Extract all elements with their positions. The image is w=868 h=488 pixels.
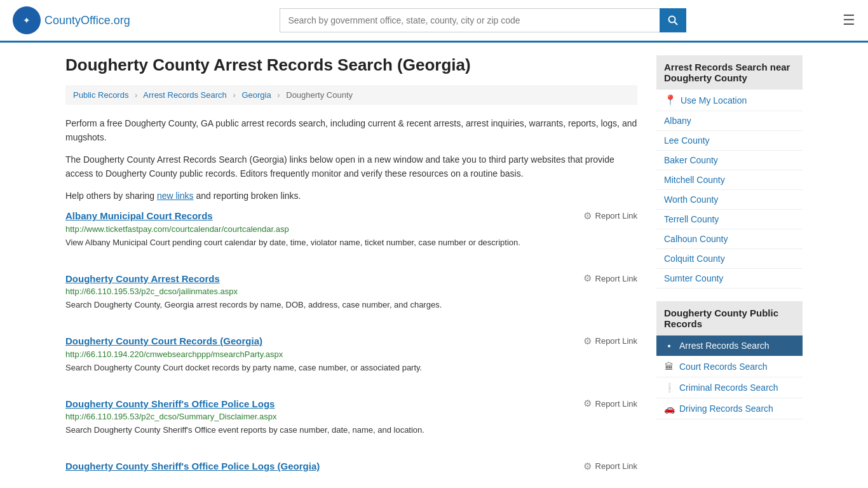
sidebar-item-terrell-county[interactable]: Terrell County: [656, 210, 803, 229]
baker-county-link[interactable]: Baker County: [664, 155, 718, 165]
report-link[interactable]: ⚙ Report Link: [583, 461, 637, 472]
driving-icon: 🚗: [664, 403, 674, 414]
sidebar-item-calhoun-county[interactable]: Calhoun County: [656, 229, 803, 249]
sidebar-item-court-records[interactable]: 🏛 Court Records Search: [656, 356, 803, 377]
sidebar-record-type-links: ▪ Arrest Records Search 🏛 Court Records …: [656, 336, 803, 419]
record-item: Dougherty County Court Records (Georgia)…: [65, 336, 637, 381]
sidebar-item-baker-county[interactable]: Baker County: [656, 151, 803, 170]
sidebar-item-lee-county[interactable]: Lee County: [656, 131, 803, 151]
sidebar-item-colquitt-county[interactable]: Colquitt County: [656, 249, 803, 269]
record-item: Dougherty County Sheriff's Office Police…: [65, 461, 637, 481]
record-header: Albany Municipal Court Records ⚙ Report …: [65, 210, 637, 222]
sidebar-item-albany[interactable]: Albany: [656, 111, 803, 131]
record-url[interactable]: http://66.110.195.53/p2c_dcso/Summary_Di…: [65, 412, 637, 421]
report-icon: ⚙: [583, 461, 592, 472]
record-title[interactable]: Dougherty County Arrest Records: [65, 273, 220, 284]
criminal-records-link[interactable]: ❕ Criminal Records Search: [656, 377, 803, 398]
intro-p1: Perform a free Dougherty County, GA publ…: [65, 116, 637, 145]
record-desc: Search Dougherty County Court docket rec…: [65, 362, 637, 374]
report-link[interactable]: ⚙ Report Link: [583, 398, 637, 409]
sidebar-section2-title: Dougherty County Public Records: [656, 301, 803, 336]
search-icon: [668, 15, 678, 25]
breadcrumb-sep-2: ›: [233, 90, 235, 100]
breadcrumb-sep-1: ›: [135, 90, 137, 100]
record-item: Albany Municipal Court Records ⚙ Report …: [65, 210, 637, 255]
record-desc: Search Dougherty County, Georgia arrest …: [65, 299, 637, 311]
sidebar-item-worth-county[interactable]: Worth County: [656, 190, 803, 210]
intro-p2: The Dougherty County Arrest Records Sear…: [65, 152, 637, 181]
search-bar-area: [280, 8, 686, 32]
breadcrumb-current: Dougherty County: [286, 90, 353, 100]
breadcrumb-sep-3: ›: [277, 90, 280, 100]
sumter-county-link[interactable]: Sumter County: [664, 273, 723, 283]
location-icon: 📍: [664, 94, 677, 106]
hamburger-button[interactable]: ☰: [843, 12, 855, 29]
record-header: Dougherty County Sheriff's Office Police…: [65, 398, 637, 409]
svg-point-2: [669, 17, 675, 23]
record-desc: Search Dougherty County Sheriff's Office…: [65, 424, 637, 437]
sidebar-section1-title: Arrest Records Search near Dougherty Cou…: [656, 55, 803, 90]
logo-text: CountyOffice.org: [44, 14, 130, 27]
mitchell-county-link[interactable]: Mitchell County: [664, 175, 725, 185]
calhoun-county-link[interactable]: Calhoun County: [664, 234, 728, 244]
report-icon: ⚙: [583, 336, 592, 347]
record-header: Dougherty County Court Records (Georgia)…: [65, 336, 637, 347]
search-input[interactable]: [280, 8, 660, 32]
search-button[interactable]: [660, 8, 686, 32]
page-title: Dougherty County Arrest Records Search (…: [65, 55, 637, 75]
report-icon: ⚙: [583, 273, 592, 284]
breadcrumb-link-public-records[interactable]: Public Records: [73, 90, 128, 100]
intro-p3: Help others by sharing new links and rep…: [65, 189, 637, 203]
record-url[interactable]: http://66.110.194.220/cmwebsearchppp/mse…: [65, 349, 637, 359]
record-header: Dougherty County Sheriff's Office Police…: [65, 461, 637, 472]
driving-records-link[interactable]: 🚗 Driving Records Search: [656, 398, 803, 419]
report-link[interactable]: ⚙ Report Link: [583, 210, 637, 222]
content-area: Dougherty County Arrest Records Search (…: [65, 55, 637, 488]
terrell-county-link[interactable]: Terrell County: [664, 214, 719, 224]
record-item: Dougherty County Arrest Records ⚙ Report…: [65, 273, 637, 318]
court-icon: 🏛: [664, 362, 674, 372]
record-item: Dougherty County Sheriff's Office Police…: [65, 398, 637, 443]
report-icon: ⚙: [583, 210, 592, 222]
header: ✦ CountyOffice.org ☰: [0, 0, 868, 43]
logo-area: ✦ CountyOffice.org: [13, 6, 130, 34]
arrest-records-link[interactable]: ▪ Arrest Records Search: [656, 336, 803, 356]
records-list: Albany Municipal Court Records ⚙ Report …: [65, 210, 637, 481]
record-desc: View Albany Municipal Court pending cour…: [65, 236, 637, 249]
report-link[interactable]: ⚙ Report Link: [583, 273, 637, 284]
lee-county-link[interactable]: Lee County: [664, 135, 710, 146]
record-url[interactable]: http://66.110.195.53/p2c_dcso/jailinmate…: [65, 287, 637, 296]
breadcrumb-link-georgia[interactable]: Georgia: [241, 90, 271, 100]
breadcrumb-link-arrest-records[interactable]: Arrest Records Search: [143, 90, 227, 100]
record-title[interactable]: Dougherty County Sheriff's Office Police…: [65, 461, 320, 471]
sidebar-item-driving-records[interactable]: 🚗 Driving Records Search: [656, 398, 803, 419]
svg-text:✦: ✦: [23, 15, 31, 25]
svg-line-3: [675, 22, 678, 25]
main-layout: Dougherty County Arrest Records Search (…: [53, 43, 815, 488]
record-title[interactable]: Dougherty County Sheriff's Office Police…: [65, 398, 275, 409]
record-header: Dougherty County Arrest Records ⚙ Report…: [65, 273, 637, 284]
record-url[interactable]: http://www.ticketfastpay.com/courtcalend…: [65, 224, 637, 234]
sidebar-nearby-links: 📍 Use My Location Albany Lee County Bake…: [656, 90, 803, 288]
report-icon: ⚙: [583, 398, 592, 409]
record-title[interactable]: Albany Municipal Court Records: [65, 210, 213, 221]
logo-icon: ✦: [13, 6, 41, 34]
report-link[interactable]: ⚙ Report Link: [583, 336, 637, 347]
new-links-link[interactable]: new links: [157, 191, 194, 201]
record-title[interactable]: Dougherty County Court Records (Georgia): [65, 336, 262, 346]
sidebar-item-mitchell-county[interactable]: Mitchell County: [656, 170, 803, 190]
sidebar: Arrest Records Search near Dougherty Cou…: [656, 55, 803, 488]
sidebar-item-use-location[interactable]: 📍 Use My Location: [656, 90, 803, 111]
arrest-icon: ▪: [664, 341, 674, 351]
worth-county-link[interactable]: Worth County: [664, 194, 718, 205]
criminal-icon: ❕: [664, 383, 674, 393]
sidebar-item-criminal-records[interactable]: ❕ Criminal Records Search: [656, 377, 803, 398]
court-records-link[interactable]: 🏛 Court Records Search: [656, 356, 803, 377]
colquitt-county-link[interactable]: Colquitt County: [664, 254, 725, 264]
albany-link[interactable]: Albany: [664, 116, 691, 126]
breadcrumb: Public Records › Arrest Records Search ›…: [65, 85, 637, 105]
sidebar-item-sumter-county[interactable]: Sumter County: [656, 269, 803, 288]
sidebar-item-arrest-records[interactable]: ▪ Arrest Records Search: [656, 336, 803, 356]
use-my-location-link[interactable]: Use My Location: [681, 95, 747, 105]
